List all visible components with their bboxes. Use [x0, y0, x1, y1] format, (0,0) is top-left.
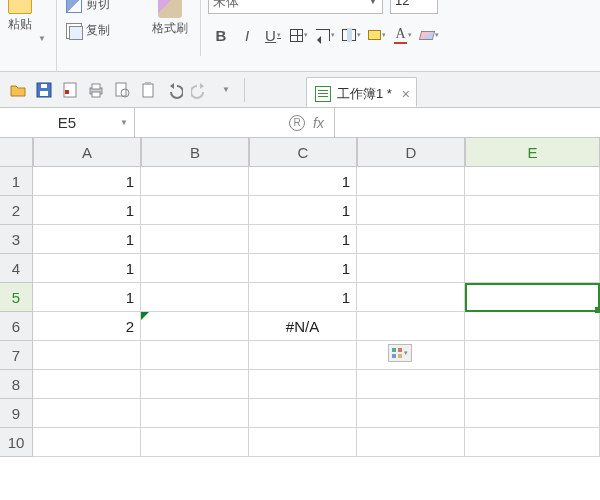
- font-name-selector[interactable]: 宋体 ▼: [208, 0, 383, 14]
- paste-button[interactable]: 粘贴: [0, 0, 40, 54]
- cell-C7[interactable]: [249, 341, 357, 370]
- open-button[interactable]: [6, 78, 30, 102]
- col-header-B[interactable]: B: [141, 138, 249, 167]
- fill-color-button[interactable]: ▾: [364, 22, 390, 48]
- spreadsheet-icon: [315, 86, 331, 102]
- cell-A8[interactable]: [33, 370, 141, 399]
- cell-B9[interactable]: [141, 399, 249, 428]
- col-header-D[interactable]: D: [357, 138, 465, 167]
- cell-B2[interactable]: [141, 196, 249, 225]
- name-box[interactable]: E5 ▼: [0, 108, 135, 137]
- cell-C3[interactable]: 1: [249, 225, 357, 254]
- cell-A7[interactable]: [33, 341, 141, 370]
- cell-D4[interactable]: [357, 254, 465, 283]
- spreadsheet-grid[interactable]: A B C D E 1 1 1 2 1 1 3 1 1 4 1 1 5 1: [0, 138, 600, 457]
- cell-C4[interactable]: 1: [249, 254, 357, 283]
- cell-E1[interactable]: [465, 167, 600, 196]
- clear-format-button[interactable]: ▾: [416, 22, 442, 48]
- cell-A6[interactable]: 2: [33, 312, 141, 341]
- cell-E3[interactable]: [465, 225, 600, 254]
- bold-button[interactable]: B: [208, 22, 234, 48]
- cell-E9[interactable]: [465, 399, 600, 428]
- cell-E8[interactable]: [465, 370, 600, 399]
- cell-A1[interactable]: 1: [33, 167, 141, 196]
- wrap-text-button[interactable]: ▾: [312, 22, 338, 48]
- cell-C8[interactable]: [249, 370, 357, 399]
- cell-D8[interactable]: [357, 370, 465, 399]
- row-header-10[interactable]: 10: [0, 428, 33, 457]
- save-button[interactable]: [32, 78, 56, 102]
- row-header-6[interactable]: 6: [0, 312, 33, 341]
- qat-dropdown[interactable]: ▼: [214, 78, 238, 102]
- font-size-selector[interactable]: 12: [390, 0, 438, 14]
- row-header-5[interactable]: 5: [0, 283, 33, 312]
- copy-button[interactable]: 复制: [66, 22, 110, 39]
- cell-A5[interactable]: 1: [33, 283, 141, 312]
- cell-B8[interactable]: [141, 370, 249, 399]
- trace-icon[interactable]: R: [289, 115, 305, 131]
- cut-button[interactable]: 剪切: [66, 0, 110, 13]
- font-color-button[interactable]: A▾: [390, 22, 416, 48]
- fx-button[interactable]: fx: [313, 115, 324, 131]
- row-header-4[interactable]: 4: [0, 254, 33, 283]
- undo-button[interactable]: [162, 78, 186, 102]
- cell-B6[interactable]: [141, 312, 249, 341]
- cell-A9[interactable]: [33, 399, 141, 428]
- row-header-3[interactable]: 3: [0, 225, 33, 254]
- redo-button[interactable]: [188, 78, 212, 102]
- cell-D1[interactable]: [357, 167, 465, 196]
- print-preview-button[interactable]: [110, 78, 134, 102]
- cell-A2[interactable]: 1: [33, 196, 141, 225]
- cell-B5[interactable]: [141, 283, 249, 312]
- col-header-A[interactable]: A: [33, 138, 141, 167]
- cell-D5[interactable]: [357, 283, 465, 312]
- row-header-1[interactable]: 1: [0, 167, 33, 196]
- italic-button[interactable]: I: [234, 22, 260, 48]
- col-header-C[interactable]: C: [249, 138, 357, 167]
- cell-C10[interactable]: [249, 428, 357, 457]
- cell-C9[interactable]: [249, 399, 357, 428]
- cell-D9[interactable]: [357, 399, 465, 428]
- borders-button[interactable]: ▾: [286, 22, 312, 48]
- row-header-8[interactable]: 8: [0, 370, 33, 399]
- merge-cells-button[interactable]: ▾: [338, 22, 364, 48]
- cell-D2[interactable]: [357, 196, 465, 225]
- export-pdf-button[interactable]: [58, 78, 82, 102]
- cell-C5[interactable]: 1: [249, 283, 357, 312]
- cell-C1[interactable]: 1: [249, 167, 357, 196]
- cell-A4[interactable]: 1: [33, 254, 141, 283]
- document-tab[interactable]: 工作簿1 * ×: [306, 77, 417, 107]
- formula-input[interactable]: [335, 108, 600, 137]
- cell-E4[interactable]: [465, 254, 600, 283]
- row-header-9[interactable]: 9: [0, 399, 33, 428]
- row-header-2[interactable]: 2: [0, 196, 33, 225]
- cell-C6[interactable]: #N/A: [249, 312, 357, 341]
- cell-A10[interactable]: [33, 428, 141, 457]
- cell-B1[interactable]: [141, 167, 249, 196]
- select-all-corner[interactable]: [0, 138, 33, 167]
- cell-E5[interactable]: [465, 283, 600, 312]
- format-painter-button[interactable]: 格式刷: [148, 0, 192, 37]
- print-button[interactable]: [84, 78, 108, 102]
- paste-dropdown-icon[interactable]: ▼: [38, 34, 46, 43]
- svg-rect-5: [92, 84, 100, 89]
- cell-E6[interactable]: [465, 312, 600, 341]
- paste-options-tag[interactable]: ▾: [388, 344, 412, 362]
- cell-B4[interactable]: [141, 254, 249, 283]
- cell-B10[interactable]: [141, 428, 249, 457]
- cell-D6[interactable]: [357, 312, 465, 341]
- cell-E2[interactable]: [465, 196, 600, 225]
- cell-E7[interactable]: [465, 341, 600, 370]
- paste-qat-button[interactable]: [136, 78, 160, 102]
- cell-A3[interactable]: 1: [33, 225, 141, 254]
- cell-D3[interactable]: [357, 225, 465, 254]
- close-tab-icon[interactable]: ×: [402, 86, 410, 102]
- col-header-E[interactable]: E: [465, 138, 600, 167]
- row-header-7[interactable]: 7: [0, 341, 33, 370]
- underline-button[interactable]: U▾: [260, 22, 286, 48]
- cell-B3[interactable]: [141, 225, 249, 254]
- cell-D10[interactable]: [357, 428, 465, 457]
- cell-E10[interactable]: [465, 428, 600, 457]
- cell-B7[interactable]: [141, 341, 249, 370]
- cell-C2[interactable]: 1: [249, 196, 357, 225]
